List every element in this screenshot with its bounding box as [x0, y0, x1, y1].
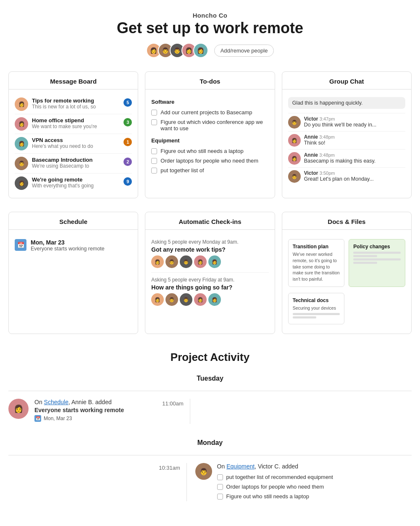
calendar-icon: 📅: [15, 239, 26, 251]
checkin-avatars: 👩 👨 👨 👩 👩: [151, 293, 268, 306]
message-board-title: Message Board: [9, 72, 138, 89]
avatar: 👨: [15, 157, 28, 170]
message-board-item[interactable]: 👩 VPN access Here's what you need to do …: [15, 134, 132, 154]
message-board-item[interactable]: 👨 Basecamp Introduction We're using Base…: [15, 154, 132, 174]
todo-checkbox[interactable]: [151, 168, 157, 174]
activity-event-title: Everyone starts working remote: [34, 407, 156, 413]
activity-action: On Schedule, Annie B. added: [34, 399, 156, 405]
group-chat-body: Glad this is happening quickly. 👨 Victor…: [282, 89, 411, 190]
chat-name: Annie: [304, 134, 318, 140]
avatar: 👨: [180, 293, 192, 306]
avatar: 👨: [288, 116, 301, 129]
checkin-avatars: 👩 👨 👨 👩 👩: [151, 255, 268, 268]
top-panels-row: Message Board 👩 Tips for remote working …: [0, 65, 420, 205]
calendar-icon: 📅: [34, 415, 41, 422]
activity-link[interactable]: Schedule: [44, 399, 68, 405]
checkins-body: Asking 5 people every Monday at 9am. Got…: [145, 230, 274, 315]
docs-title: Docs & Files: [282, 212, 411, 230]
msg-preview: Here's what you need to do: [32, 143, 120, 149]
schedule-event[interactable]: 📅 Mon, Mar 23 Everyone starts working re…: [15, 235, 132, 256]
todo-item: Figure out who still needs a laptop: [151, 146, 268, 156]
doc-body: We've never worked remote, so it's going…: [293, 251, 340, 282]
docs-grid: Transition plan We've never worked remot…: [288, 235, 405, 329]
page-header: Honcho Co Get set up to work remote 👩 👨 …: [0, 0, 420, 65]
checkin-item: Asking 5 people every Friday at 9am. How…: [151, 273, 268, 310]
chat-time: 3:48pm: [319, 153, 335, 158]
checkin-question: How are things going so far?: [151, 284, 268, 291]
todo-checkbox[interactable]: [217, 494, 223, 500]
docs-panel: Docs & Files Transition plan We've never…: [282, 212, 412, 334]
chat-name: Annie: [304, 152, 318, 158]
todo-text: put together list of: [160, 167, 204, 174]
activity-day-tuesday: Tuesday: [8, 371, 412, 387]
msg-badge: 5: [123, 98, 132, 107]
doc-body: Securing your devices: [293, 305, 340, 311]
todo-text: Figure out who still needs a laptop: [226, 493, 309, 500]
message-board-item[interactable]: 👩 We're going remote With everything tha…: [15, 174, 132, 193]
doc-title: Transition plan: [293, 244, 340, 250]
todo-checkbox[interactable]: [151, 110, 157, 116]
activity-action: On Equipment, Victor C. added: [217, 463, 333, 470]
doc-title: Technical docs: [293, 297, 340, 303]
chat-bubble: Glad this is happening quickly.: [288, 97, 405, 109]
company-name: Honcho Co: [8, 12, 412, 19]
avatar: 👩: [193, 43, 208, 58]
checkin-item: Asking 5 people every Monday at 9am. Got…: [151, 235, 268, 273]
avatar: 👩: [151, 293, 164, 306]
todo-checkbox[interactable]: [151, 119, 157, 125]
bottom-panels-row: Schedule 📅 Mon, Mar 23 Everyone starts w…: [0, 205, 420, 341]
message-board-item[interactable]: 👩 Tips for remote working This is new fo…: [15, 95, 132, 114]
checkin-freq: Asking 5 people every Friday at 9am.: [151, 277, 268, 283]
msg-badge: 3: [123, 118, 132, 126]
message-board-body: 👩 Tips for remote working This is new fo…: [9, 89, 138, 198]
schedule-date: Mon, Mar 23: [31, 239, 105, 246]
avatar: 👨: [165, 293, 178, 306]
schedule-desc: Everyone starts working remote: [31, 246, 105, 252]
schedule-body: 📅 Mon, Mar 23 Everyone starts working re…: [9, 230, 138, 261]
doc-card-policy[interactable]: Policy changes: [349, 239, 405, 287]
add-remove-people-button[interactable]: Add/remove people: [214, 45, 274, 57]
chat-name: Victor: [304, 170, 318, 176]
msg-preview: This is new for a lot of us, so: [32, 104, 120, 110]
message-board-item[interactable]: 👩 Home office stipend We want to make su…: [15, 114, 132, 134]
activity-time: 11:00am: [156, 399, 190, 407]
activity-sub-date: Mon, Mar 23: [44, 416, 72, 421]
msg-badge: 1: [123, 138, 132, 146]
schedule-title: Schedule: [9, 212, 138, 230]
todo-text: Figure out who still needs a laptop: [160, 148, 243, 154]
avatar: 👩: [151, 255, 164, 268]
header-people: 👩 👨 👨 👩 👩 Add/remove people: [8, 43, 412, 58]
activity-section: Project Activity Tuesday 👩 On Schedule, …: [0, 341, 420, 510]
avatar: 👩: [208, 293, 221, 306]
chat-time: 3:47pm: [320, 116, 335, 121]
avatar: 👨: [165, 255, 178, 268]
todo-text: Order laptops for people who need them: [160, 158, 258, 164]
activity-entry: 👩 On Schedule, Annie B. added Everyone s…: [8, 394, 412, 428]
avatar: 👩: [15, 97, 28, 111]
avatar: 👩: [15, 137, 28, 150]
activity-link[interactable]: Equipment: [226, 463, 255, 470]
doc-card-technical[interactable]: Technical docs Securing your devices: [288, 293, 345, 325]
todo-checkbox[interactable]: [151, 158, 157, 164]
activity-entry: 10:31am 👨 On Equipment, Victor C. added …: [8, 459, 412, 505]
todo-checkbox[interactable]: [217, 474, 223, 480]
chat-text: Basecamp is making this easy.: [304, 158, 376, 164]
avatar: 👩: [15, 176, 28, 190]
day-divider: [8, 391, 412, 391]
todo-item: Figure out which video conference app we…: [151, 117, 268, 133]
message-board-panel: Message Board 👩 Tips for remote working …: [8, 71, 138, 198]
activity-time: 10:31am: [153, 463, 186, 471]
chat-time: 3:50pm: [320, 171, 335, 176]
chat-item: Glad this is happening quickly.: [288, 95, 405, 113]
avatar: 👩: [8, 399, 29, 419]
todo-text: Add our current projects to Basecamp: [160, 109, 252, 116]
avatar: 👨: [288, 170, 301, 183]
day-divider: [8, 455, 412, 455]
doc-card-transition[interactable]: Transition plan We've never worked remot…: [288, 239, 345, 287]
avatar: 👩: [288, 152, 301, 165]
chat-item: 👩 Annie 3:48pm Basecamp is making this e…: [288, 150, 405, 168]
todo-section-software: Software: [151, 99, 268, 105]
todo-checkbox[interactable]: [151, 148, 157, 154]
todo-item-activity: Order laptops for people who need them: [217, 482, 333, 492]
todo-checkbox[interactable]: [217, 484, 223, 490]
